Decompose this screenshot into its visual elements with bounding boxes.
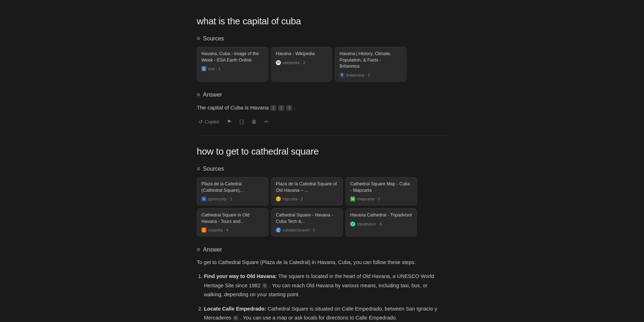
source-card-meta-wikipedia: W wikipedia · 2 bbox=[276, 60, 327, 65]
answer-intro-2: To get to Cathedral Square (Plaza de la … bbox=[197, 258, 447, 267]
bookmark-icon: ⚑ bbox=[227, 119, 231, 125]
answer-label-1: Answer bbox=[203, 92, 222, 98]
source-card-esa[interactable]: Havana, Cuba - Image of the Week - ESA E… bbox=[197, 47, 268, 82]
source-card-gpsmycity[interactable]: Plaza de la Catedral (Cathedral Square),… bbox=[197, 177, 268, 205]
copy-icon: [ ] bbox=[239, 119, 244, 125]
gpsmycity-favicon: G bbox=[201, 196, 206, 201]
top-bar bbox=[197, 7, 447, 9]
step2-text2: . You can use a map or ask locals for di… bbox=[240, 315, 397, 321]
answer-suffix-1: . bbox=[294, 104, 296, 111]
source-card-title-wikipedia: Havana - Wikipedia bbox=[276, 51, 327, 57]
sources-section-1: ≡ Sources Havana, Cuba - Image of the We… bbox=[197, 35, 447, 82]
answer-header-1: ≡ Answer bbox=[197, 92, 447, 98]
answer-icon-1: ≡ bbox=[197, 92, 200, 98]
sources-label-1: Sources bbox=[203, 35, 224, 42]
query-title-2: how to get to cathedral square bbox=[197, 146, 447, 157]
britannica-favicon: B bbox=[340, 73, 345, 78]
wikipedia-favicon: W bbox=[276, 60, 281, 65]
citation-2[interactable]: 2 bbox=[278, 105, 284, 111]
action-bar-1: ↺ Copilot ⚑ [ ] 🗑 ✏ bbox=[197, 118, 447, 126]
answer-text-1: The capital of Cuba is Havana 1 2 3 . bbox=[197, 103, 447, 112]
step1-bold: Find your way to Old Havana: bbox=[204, 273, 277, 279]
source-card-title-gpsmycity: Plaza de la Catedral (Cathedral Square),… bbox=[201, 181, 264, 194]
source-card-cubatechtravel[interactable]: Cathedral Square - Havana - Cuba Tech &.… bbox=[271, 208, 343, 236]
delete-button[interactable]: 🗑 bbox=[250, 118, 258, 126]
citation-1[interactable]: 1 bbox=[270, 105, 276, 111]
source-card-meta-gpsmycity: G gpsmycity · 1 bbox=[201, 196, 264, 201]
edit-button[interactable]: ✏ bbox=[263, 118, 270, 126]
answer-step-1: Find your way to Old Havana: The square … bbox=[204, 272, 447, 299]
copilot-icon: ↺ bbox=[199, 119, 203, 125]
tripcuba-favicon: T bbox=[276, 196, 281, 201]
sources-grid-1: Havana, Cuba - Image of the Week - ESA E… bbox=[197, 47, 447, 82]
copilot-label: Copilot bbox=[205, 119, 219, 125]
answer-label-2: Answer bbox=[203, 247, 222, 253]
sources-icon-1: ≡ bbox=[197, 35, 200, 42]
source-card-meta-tripcuba: T tripcuba · 2 bbox=[276, 196, 338, 201]
query-divider bbox=[197, 136, 447, 136]
query-title-1: what is the capital of cuba bbox=[197, 16, 447, 27]
source-card-meta-esa: E esa · 1 bbox=[201, 66, 264, 71]
mapcarta-site-label: mapcarta · 3 bbox=[357, 197, 380, 201]
cubatechtravel-site-label: cubatechtravel · 5 bbox=[283, 228, 315, 232]
source-card-meta-britannica: B britannica · 3 bbox=[340, 73, 402, 78]
answer-step-2: Locate Calle Empedrado: Cathedral Square… bbox=[204, 304, 447, 322]
wikipedia-site-label: wikipedia · 2 bbox=[283, 60, 305, 65]
sources-label-2: Sources bbox=[203, 166, 224, 172]
esa-favicon: E bbox=[201, 66, 206, 71]
britannica-site-label: britannica · 3 bbox=[346, 73, 370, 77]
source-card-britannica[interactable]: Havana | History, Climate, Population, &… bbox=[335, 47, 406, 82]
expedia-favicon: E bbox=[201, 228, 206, 233]
mapcarta-favicon: M bbox=[350, 196, 355, 201]
source-card-tripadvisor[interactable]: Havana Cathedral - Tripadvisor ✓ tripadv… bbox=[346, 208, 417, 236]
step2-footnote[interactable]: 6 bbox=[233, 316, 238, 321]
step1-footnote[interactable]: 6 bbox=[262, 283, 267, 288]
cubatechtravel-favicon: C bbox=[276, 228, 281, 233]
sources-header-2: ≡ Sources bbox=[197, 166, 447, 172]
source-card-meta-tripadvisor: ✓ tripadvisor · 6 bbox=[350, 221, 412, 226]
answer-steps-list: Find your way to Old Havana: The square … bbox=[197, 272, 447, 322]
query-section-1: what is the capital of cuba ≡ Sources Ha… bbox=[197, 16, 447, 126]
sources-section-2: ≡ Sources Plaza de la Catedral (Cathedra… bbox=[197, 166, 447, 236]
source-card-title-expedia: Cathedral Square in Old Havana - Tours a… bbox=[201, 212, 264, 225]
sources-header-1: ≡ Sources bbox=[197, 35, 447, 42]
step2-bold: Locate Calle Empedrado: bbox=[204, 306, 266, 312]
answer-body-2: To get to Cathedral Square (Plaza de la … bbox=[197, 258, 447, 322]
source-card-title-tripcuba: Plaza de la Catedral Square of Old Havan… bbox=[276, 181, 338, 194]
answer-header-2: ≡ Answer bbox=[197, 247, 447, 253]
answer-section-2: ≡ Answer To get to Cathedral Square (Pla… bbox=[197, 247, 447, 322]
source-card-meta-expedia: E expedia · 4 bbox=[201, 228, 264, 233]
source-card-tripcuba[interactable]: Plaza de la Catedral Square of Old Havan… bbox=[271, 177, 343, 205]
delete-icon: 🗑 bbox=[252, 119, 257, 125]
expedia-site-label: expedia · 4 bbox=[208, 228, 228, 232]
source-card-title-cubatechtravel: Cathedral Square - Havana - Cuba Tech &.… bbox=[276, 212, 338, 225]
tripadvisor-site-label: tripadvisor · 6 bbox=[357, 222, 382, 226]
citation-3[interactable]: 3 bbox=[286, 105, 292, 111]
source-card-expedia[interactable]: Cathedral Square in Old Havana - Tours a… bbox=[197, 208, 268, 236]
sources-grid-2: Plaza de la Catedral (Cathedral Square),… bbox=[197, 177, 447, 236]
bookmark-button[interactable]: ⚑ bbox=[225, 118, 233, 126]
copilot-button[interactable]: ↺ Copilot bbox=[197, 118, 221, 126]
esa-site-label: esa · 1 bbox=[208, 67, 221, 71]
source-card-meta-mapcarta: M mapcarta · 3 bbox=[350, 196, 413, 201]
answer-section-1: ≡ Answer The capital of Cuba is Havana 1… bbox=[197, 92, 447, 126]
answer-icon-2: ≡ bbox=[197, 247, 200, 253]
source-card-meta-cubatechtravel: C cubatechtravel · 5 bbox=[276, 228, 338, 233]
source-card-wikipedia[interactable]: Havana - Wikipedia W wikipedia · 2 bbox=[271, 47, 332, 82]
sources-icon-2: ≡ bbox=[197, 166, 200, 172]
query-section-2: how to get to cathedral square ≡ Sources… bbox=[197, 146, 447, 322]
gpsmycity-site-label: gpsmycity · 1 bbox=[208, 197, 232, 201]
source-card-title-tripadvisor: Havana Cathedral - Tripadvisor bbox=[350, 212, 412, 219]
tripadvisor-favicon: ✓ bbox=[350, 221, 355, 226]
main-container: what is the capital of cuba ≡ Sources Ha… bbox=[182, 0, 462, 322]
source-card-title-esa: Havana, Cuba - Image of the Week - ESA E… bbox=[201, 51, 264, 63]
source-card-title-britannica: Havana | History, Climate, Population, &… bbox=[340, 51, 402, 70]
edit-icon: ✏ bbox=[264, 119, 269, 125]
source-card-mapcarta[interactable]: Cathedral Square Map - Cuba - Mapcarta M… bbox=[346, 177, 417, 205]
tripcuba-site-label: tripcuba · 2 bbox=[283, 197, 303, 201]
answer-prefix-1: The capital of Cuba is Havana bbox=[197, 104, 269, 111]
copy-button[interactable]: [ ] bbox=[238, 118, 245, 126]
source-card-title-mapcarta: Cathedral Square Map - Cuba - Mapcarta bbox=[350, 181, 413, 194]
